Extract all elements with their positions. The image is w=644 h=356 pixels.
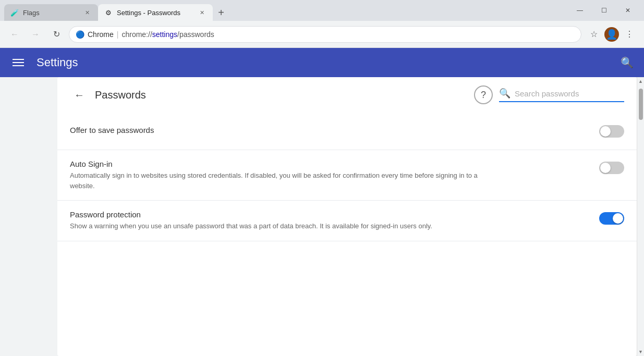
tabs-row: 🧪 Flags ✕ ⚙ Settings - Passwords ✕ + — [0, 4, 564, 21]
password-protection-label: Password protection Show a warning when … — [70, 210, 599, 231]
tab-settings-passwords[interactable]: ⚙ Settings - Passwords ✕ — [98, 4, 213, 21]
address-url-highlight: settings — [152, 30, 177, 39]
flags-tab-label: Flags — [23, 9, 40, 17]
auto-sign-in-thumb — [600, 163, 611, 173]
address-url: chrome://settings/passwords — [121, 30, 214, 39]
password-protection-item: Password protection Show a warning when … — [57, 201, 637, 241]
auto-sign-in-toggle[interactable] — [599, 162, 624, 174]
browser-window: 🧪 Flags ✕ ⚙ Settings - Passwords ✕ + — ☐… — [0, 0, 644, 356]
back-button[interactable]: ← — [6, 26, 23, 43]
settings-page-title: Settings — [37, 56, 610, 69]
settings-tab-icon: ⚙ — [104, 8, 113, 17]
address-url-suffix: /passwords — [177, 30, 214, 39]
password-protection-title: Password protection — [70, 210, 599, 219]
content-area: ← Passwords ? 🔍 Offer to save passwords — [0, 77, 644, 356]
offer-to-save-toggle[interactable] — [599, 125, 624, 138]
maximize-button[interactable]: ☐ — [592, 2, 616, 19]
settings-tab-close[interactable]: ✕ — [197, 8, 206, 17]
scroll-up-button[interactable]: ▲ — [637, 77, 645, 85]
settings-header: Settings 🔍 — [0, 48, 644, 77]
new-tab-button[interactable]: + — [213, 4, 229, 21]
auto-sign-in-desc: Automatically sign in to websites using … — [70, 170, 497, 191]
auto-sign-in-label: Auto Sign-in Automatically sign in to we… — [70, 159, 599, 191]
search-passwords-input[interactable] — [515, 89, 619, 98]
flags-tab-close[interactable]: ✕ — [82, 8, 92, 17]
address-bar-row: ← → ↻ 🔵 Chrome | chrome://settings/passw… — [0, 21, 644, 48]
address-right-icons: ☆ 👤 ⋮ — [586, 26, 638, 43]
hamburger-menu[interactable] — [10, 57, 26, 68]
offer-to-save-thumb — [600, 126, 611, 137]
forward-button[interactable]: → — [27, 26, 44, 43]
password-protection-thumb — [613, 213, 623, 224]
offer-to-save-item: Offer to save passwords — [57, 113, 637, 150]
offer-to-save-label: Offer to save passwords — [70, 126, 599, 137]
passwords-back-button[interactable]: ← — [70, 85, 89, 104]
passwords-help-icon[interactable]: ? — [474, 85, 493, 104]
scroll-thumb[interactable] — [639, 89, 643, 120]
address-brand: Chrome — [88, 30, 114, 39]
settings-list: Offer to save passwords Auto Sign-in Aut… — [57, 113, 637, 356]
scroll-track — [639, 87, 643, 347]
password-protection-desc: Show a warning when you use an unsafe pa… — [70, 221, 497, 231]
window-controls: — ☐ ✕ — [564, 2, 644, 19]
bookmark-icon[interactable]: ☆ — [586, 26, 602, 43]
settings-search-icon[interactable]: 🔍 — [621, 56, 634, 69]
address-url-prefix: chrome:// — [121, 30, 152, 39]
user-avatar[interactable]: 👤 — [604, 27, 619, 42]
reload-button[interactable]: ↻ — [48, 26, 65, 43]
site-security-icon: 🔵 — [76, 30, 84, 39]
hamburger-line-2 — [13, 62, 24, 63]
hamburger-line-1 — [13, 59, 24, 60]
tab-flags[interactable]: 🧪 Flags ✕ — [4, 4, 98, 21]
passwords-panel: ← Passwords ? 🔍 Offer to save passwords — [57, 77, 637, 356]
scrollbar: ▲ ▼ — [637, 77, 644, 356]
password-protection-toggle[interactable] — [599, 212, 624, 225]
flags-tab-icon: 🧪 — [10, 8, 19, 17]
passwords-panel-title: Passwords — [95, 89, 468, 101]
close-button[interactable]: ✕ — [616, 2, 640, 19]
passwords-header: ← Passwords ? 🔍 — [57, 77, 637, 113]
auto-sign-in-item: Auto Sign-in Automatically sign in to we… — [57, 150, 637, 201]
scroll-down-button[interactable]: ▼ — [637, 348, 645, 356]
minimize-button[interactable]: — — [568, 2, 592, 19]
hamburger-line-3 — [13, 65, 24, 66]
left-spacer — [0, 77, 57, 356]
auto-sign-in-title: Auto Sign-in — [70, 159, 599, 168]
search-passwords-container: 🔍 — [499, 88, 624, 102]
search-passwords-icon: 🔍 — [499, 88, 511, 99]
address-separator: | — [117, 30, 119, 39]
offer-to-save-title: Offer to save passwords — [70, 126, 599, 134]
address-bar[interactable]: 🔵 Chrome | chrome://settings/passwords — [69, 26, 581, 43]
menu-icon[interactable]: ⋮ — [621, 26, 638, 43]
title-bar: 🧪 Flags ✕ ⚙ Settings - Passwords ✕ + — ☐… — [0, 0, 644, 21]
settings-tab-label: Settings - Passwords — [117, 9, 180, 17]
